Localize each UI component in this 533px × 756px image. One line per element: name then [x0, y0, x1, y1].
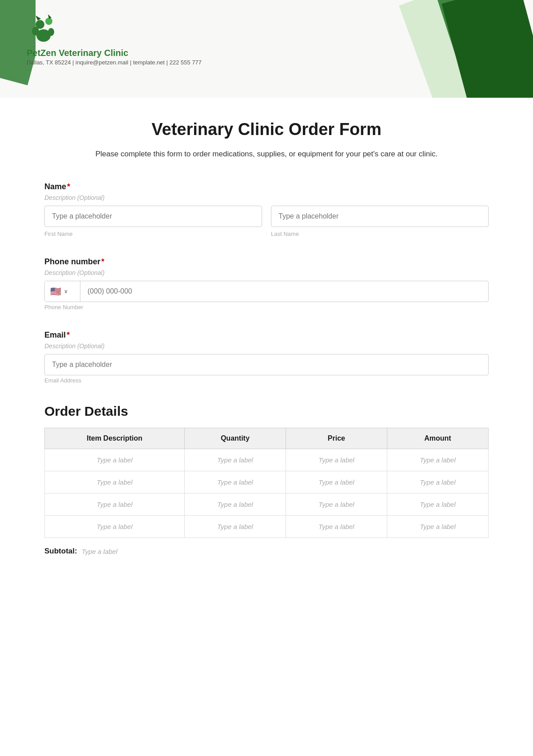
email-input[interactable]	[44, 354, 489, 375]
flag-icon: 🇺🇸	[50, 286, 61, 297]
table-cell[interactable]: Type a label	[45, 516, 185, 538]
form-subtitle: Please complete this form to order medic…	[44, 148, 489, 160]
table-header-row: Item Description Quantity Price Amount	[45, 428, 489, 449]
table-cell[interactable]: Type a label	[286, 471, 387, 493]
logo-area: PetZen Veterinary Clinic Dallas, TX 8522…	[27, 13, 202, 66]
email-label: Email*	[44, 330, 489, 340]
table-cell[interactable]: Type a label	[286, 449, 387, 471]
table-cell[interactable]: Type a label	[45, 493, 185, 516]
table-cell[interactable]: Type a label	[184, 471, 286, 493]
table-cell[interactable]: Type a label	[286, 493, 387, 516]
table-cell[interactable]: Type a label	[45, 449, 185, 471]
clinic-logo	[27, 13, 202, 46]
order-details-section: Order Details Item Description Quantity …	[44, 404, 489, 556]
name-input-row	[44, 206, 489, 227]
chevron-down-icon: ∨	[64, 288, 68, 294]
table-row: Type a labelType a labelType a labelType…	[45, 471, 489, 493]
email-description: Description (Optional)	[44, 342, 489, 350]
name-label: Name*	[44, 182, 489, 191]
col-header-amount: Amount	[387, 428, 488, 449]
table-row: Type a labelType a labelType a labelType…	[45, 516, 489, 538]
table-cell[interactable]: Type a label	[387, 516, 488, 538]
svg-marker-5	[36, 16, 41, 20]
table-row: Type a labelType a labelType a labelType…	[45, 449, 489, 471]
order-table-body: Type a labelType a labelType a labelType…	[45, 449, 489, 538]
form-content: Veterinary Clinic Order Form Please comp…	[0, 98, 533, 611]
table-cell[interactable]: Type a label	[387, 449, 488, 471]
col-header-price: Price	[286, 428, 387, 449]
phone-sublabel: Phone Number	[44, 304, 489, 310]
col-header-item: Item Description	[45, 428, 185, 449]
phone-required-marker: *	[101, 257, 104, 266]
name-section: Name* Description (Optional) First Name …	[44, 182, 489, 237]
phone-description: Description (Optional)	[44, 269, 489, 276]
header: PetZen Veterinary Clinic Dallas, TX 8522…	[0, 0, 533, 98]
phone-flag-selector[interactable]: 🇺🇸 ∨	[45, 281, 80, 302]
last-name-input[interactable]	[271, 206, 489, 227]
last-name-sublabel: Last Name	[271, 231, 489, 237]
col-header-quantity: Quantity	[184, 428, 286, 449]
table-cell[interactable]: Type a label	[387, 471, 488, 493]
form-title: Veterinary Clinic Order Form	[44, 120, 489, 139]
table-cell[interactable]: Type a label	[184, 493, 286, 516]
subtotal-label: Subtotal:	[44, 547, 77, 556]
email-sublabel: Email Address	[44, 377, 489, 384]
subtotal-row: Subtotal: Type a label	[44, 547, 489, 556]
phone-label: Phone number*	[44, 257, 489, 267]
table-cell[interactable]: Type a label	[184, 516, 286, 538]
order-details-heading: Order Details	[44, 404, 489, 419]
table-row: Type a labelType a labelType a labelType…	[45, 493, 489, 516]
svg-point-4	[36, 29, 51, 42]
name-description: Description (Optional)	[44, 194, 489, 201]
phone-input[interactable]	[80, 281, 488, 302]
header-right-decoration	[391, 0, 533, 98]
phone-section: Phone number* Description (Optional) 🇺🇸 …	[44, 257, 489, 310]
first-name-sublabel: First Name	[44, 231, 262, 237]
first-name-input[interactable]	[44, 206, 262, 227]
name-sublabels: First Name Last Name	[44, 229, 489, 237]
table-cell[interactable]: Type a label	[286, 516, 387, 538]
email-required-marker: *	[67, 330, 70, 339]
subtotal-value: Type a label	[82, 548, 118, 555]
order-table: Item Description Quantity Price Amount T…	[44, 428, 489, 538]
email-section: Email* Description (Optional) Email Addr…	[44, 330, 489, 384]
table-cell[interactable]: Type a label	[45, 471, 185, 493]
clinic-info: Dallas, TX 85224 | inquire@petzen.mail |…	[27, 59, 202, 66]
phone-row: 🇺🇸 ∨	[44, 281, 489, 302]
order-table-header: Item Description Quantity Price Amount	[45, 428, 489, 449]
table-cell[interactable]: Type a label	[184, 449, 286, 471]
clinic-name: PetZen Veterinary Clinic	[27, 48, 202, 58]
svg-point-1	[45, 18, 52, 25]
name-required-marker: *	[67, 182, 70, 191]
table-cell[interactable]: Type a label	[387, 493, 488, 516]
